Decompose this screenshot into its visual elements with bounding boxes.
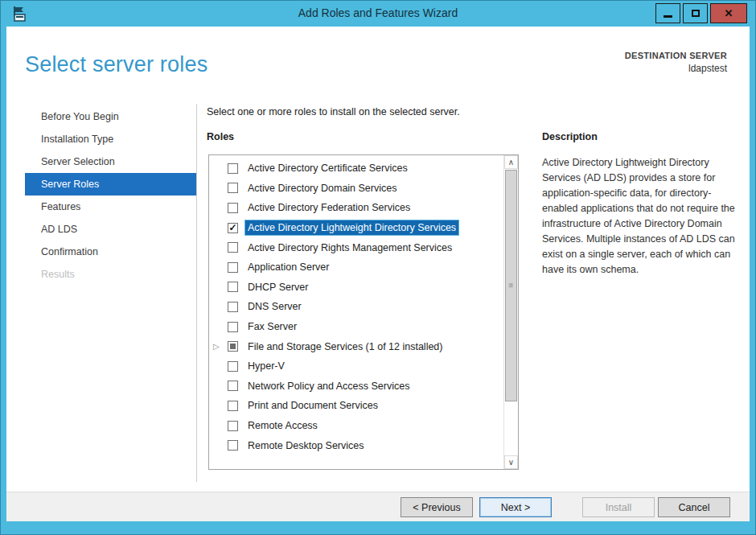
- role-row[interactable]: DHCP Server: [209, 278, 503, 298]
- description-title: Description: [542, 131, 598, 142]
- role-checkbox[interactable]: [228, 440, 238, 451]
- wizard-window: Add Roles and Features Wizard ✕ Select s…: [0, 0, 756, 535]
- description-text: Active Directory Lightweight Directory S…: [542, 155, 735, 278]
- role-checkbox[interactable]: [228, 381, 238, 391]
- role-checkbox[interactable]: [228, 322, 238, 332]
- role-label[interactable]: DNS Server: [245, 299, 304, 314]
- role-checkbox[interactable]: [228, 242, 238, 253]
- window-title: Add Roles and Features Wizard: [1, 6, 755, 19]
- destination-server-block: DESTINATION SERVER ldapstest: [625, 51, 727, 74]
- title-bar: Add Roles and Features Wizard ✕: [1, 1, 755, 27]
- scroll-down-icon[interactable]: ∨: [504, 455, 518, 469]
- role-row[interactable]: Remote Access: [209, 416, 503, 436]
- role-checkbox[interactable]: ✓: [228, 223, 238, 233]
- role-checkbox[interactable]: [228, 163, 238, 174]
- sidebar-item[interactable]: AD LDS: [25, 218, 196, 241]
- destination-server-name: ldapstest: [625, 63, 727, 74]
- role-label[interactable]: Active Directory Rights Management Servi…: [245, 241, 454, 255]
- role-row[interactable]: Active Directory Domain Services: [209, 179, 503, 199]
- minimize-button[interactable]: [655, 3, 680, 23]
- sidebar-divider: [196, 104, 197, 482]
- role-label[interactable]: Active Directory Certificate Services: [245, 161, 410, 175]
- role-checkbox[interactable]: [228, 341, 238, 352]
- roles-section-label: Roles: [207, 131, 234, 142]
- role-row[interactable]: Hyper-V: [209, 356, 503, 377]
- roles-scrollbar[interactable]: ∧ ≡ ∨: [503, 155, 518, 469]
- maximize-button[interactable]: [683, 3, 708, 23]
- role-label[interactable]: File and Storage Services (1 of 12 insta…: [245, 340, 446, 354]
- sidebar-item[interactable]: Before You Begin: [25, 105, 196, 128]
- role-checkbox[interactable]: [228, 183, 238, 193]
- role-label[interactable]: Active Directory Lightweight Directory S…: [245, 220, 458, 235]
- role-row[interactable]: DNS Server: [209, 297, 503, 317]
- role-label[interactable]: Active Directory Federation Services: [245, 200, 413, 215]
- close-button[interactable]: ✕: [710, 3, 747, 23]
- roles-list: Active Directory Certificate Services Ac…: [209, 158, 503, 469]
- role-label[interactable]: Remote Desktop Services: [245, 438, 367, 453]
- role-label[interactable]: Hyper-V: [245, 359, 287, 373]
- install-button[interactable]: Install: [582, 497, 655, 517]
- close-icon: ✕: [725, 8, 733, 19]
- sidebar-item[interactable]: Features: [25, 195, 196, 218]
- previous-button[interactable]: < Previous: [401, 497, 473, 517]
- role-checkbox[interactable]: [228, 421, 238, 431]
- role-label[interactable]: Active Directory Domain Services: [245, 181, 399, 195]
- page-title: Select server roles: [25, 52, 207, 77]
- sidebar-item[interactable]: Results: [25, 263, 196, 286]
- role-row[interactable]: Active Directory Federation Services: [209, 198, 503, 218]
- role-checkbox[interactable]: [228, 302, 238, 312]
- sidebar-item[interactable]: Confirmation: [25, 241, 196, 263]
- role-checkbox[interactable]: [228, 282, 238, 292]
- footer-button-bar: < Previous Next > Install Cancel: [6, 492, 750, 521]
- maximize-icon: [692, 10, 700, 17]
- sidebar-item[interactable]: Server Selection: [25, 150, 196, 173]
- role-row[interactable]: Print and Document Services: [209, 396, 503, 416]
- role-label[interactable]: Application Server: [245, 260, 331, 274]
- sidebar-item[interactable]: Server Roles: [25, 173, 196, 195]
- wizard-steps-sidebar: Before You Begin Installation Type Serve…: [25, 105, 196, 286]
- next-button[interactable]: Next >: [479, 497, 552, 517]
- wizard-content: Select server roles DESTINATION SERVER l…: [6, 27, 750, 521]
- role-row[interactable]: Active Directory Certificate Services: [209, 158, 503, 179]
- role-label[interactable]: Print and Document Services: [245, 398, 380, 413]
- role-row[interactable]: Network Policy and Access Services: [209, 377, 503, 397]
- role-row[interactable]: Active Directory Rights Management Servi…: [209, 237, 503, 257]
- scrollbar-grip-icon: ≡: [506, 281, 516, 290]
- role-label[interactable]: Remote Access: [245, 418, 320, 433]
- role-label[interactable]: Network Policy and Access Services: [245, 379, 412, 393]
- sidebar-item[interactable]: Installation Type: [25, 128, 196, 150]
- role-checkbox[interactable]: [228, 262, 238, 273]
- expand-arrow-icon[interactable]: ▷: [213, 342, 228, 351]
- role-checkbox[interactable]: [228, 401, 238, 411]
- destination-server-label: DESTINATION SERVER: [625, 51, 727, 60]
- role-checkbox[interactable]: [228, 361, 238, 372]
- role-label[interactable]: DHCP Server: [245, 280, 310, 294]
- role-label[interactable]: Fax Server: [245, 319, 299, 334]
- role-row[interactable]: Remote Desktop Services: [209, 435, 503, 455]
- scrollbar-thumb[interactable]: ≡: [505, 170, 517, 401]
- role-row[interactable]: ▷ File and Storage Services (1 of 12 ins…: [209, 336, 503, 356]
- role-row[interactable]: ✓ Active Directory Lightweight Directory…: [209, 218, 503, 238]
- scroll-up-icon[interactable]: ∧: [504, 155, 518, 169]
- roles-listbox: Active Directory Certificate Services Ac…: [208, 154, 519, 470]
- role-row[interactable]: Application Server: [209, 257, 503, 278]
- role-checkbox[interactable]: [228, 203, 238, 213]
- minimize-icon: [664, 15, 672, 18]
- role-row[interactable]: Fax Server: [209, 317, 503, 337]
- cancel-button[interactable]: Cancel: [658, 497, 730, 517]
- instruction-text: Select one or more roles to install on t…: [207, 106, 460, 117]
